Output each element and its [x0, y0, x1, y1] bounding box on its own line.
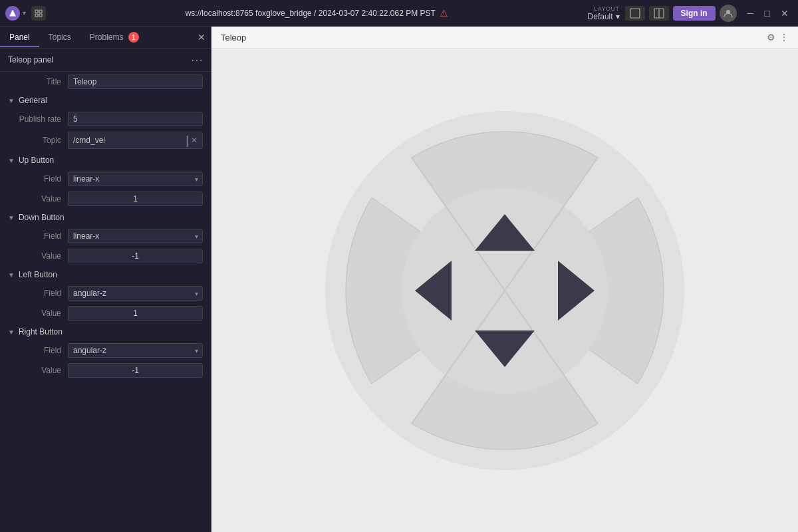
problems-badge: 1 [128, 32, 139, 43]
up-button-section-header[interactable]: ▼ Up Button [0, 152, 211, 169]
title-label: Title [8, 77, 68, 86]
topic-row: Topic | ✕ [0, 129, 211, 152]
sidebar-tabs: Panel Topics Problems 1 ✕ [0, 27, 211, 49]
right-button-section-header[interactable]: ▼ Right Button [0, 323, 211, 340]
svg-rect-0 [35, 10, 38, 13]
up-field-row: Field linear-x linear-y linear-z angular… [0, 169, 211, 189]
minimize-button[interactable]: ─ [743, 7, 758, 20]
up-chevron-icon: ▼ [8, 157, 15, 164]
left-field-row: Field linear-x linear-y linear-z angular… [0, 283, 211, 303]
user-avatar-button[interactable] [720, 5, 737, 22]
logo-icon [5, 6, 20, 21]
sidebar: Panel Topics Problems 1 ✕ Teleop panel ⋯… [0, 27, 211, 532]
topic-input-wrapper: | ✕ [68, 132, 203, 149]
split-panel-layout-button[interactable] [649, 6, 669, 21]
svg-rect-3 [39, 14, 42, 17]
layout-dropdown-button[interactable]: Default ▾ [588, 12, 620, 21]
right-button-label: Right Button [19, 327, 63, 336]
right-value-label: Value [8, 366, 68, 375]
panel-menu-button[interactable]: ⋯ [191, 54, 203, 66]
general-section-header[interactable]: ▼ General [0, 92, 211, 109]
down-field-label: Field [8, 231, 68, 241]
left-value-input[interactable] [68, 306, 203, 321]
layout-chevron-icon: ▾ [616, 12, 620, 21]
maximize-button[interactable]: □ [761, 7, 774, 20]
down-button-label: Down Button [19, 213, 65, 222]
titlebar: ▾ ws://localhost:8765 foxglove_bridge / … [0, 0, 798, 27]
general-section-label: General [19, 96, 47, 105]
right-field-select[interactable]: linear-x linear-y linear-z angular-x ang… [68, 343, 203, 358]
right-chevron-icon: ▼ [8, 329, 15, 336]
up-field-select-wrapper: linear-x linear-y linear-z angular-x ang… [68, 172, 203, 186]
connection-string: ws://localhost:8765 foxglove_bridge / 20… [186, 9, 436, 18]
single-panel-layout-button[interactable] [625, 6, 645, 21]
right-value-input[interactable] [68, 363, 203, 378]
sign-in-button[interactable]: Sign in [673, 6, 716, 21]
tab-problems[interactable]: Problems 1 [80, 27, 148, 48]
down-value-row: Value [0, 246, 211, 266]
content-panel: Teleop ⚙ ⋮ [211, 27, 798, 532]
add-panel-button[interactable] [31, 6, 46, 21]
window-controls: ─ □ ✕ [743, 7, 793, 20]
teleop-area [211, 49, 798, 532]
down-field-row: Field linear-x linear-y linear-z angular… [0, 226, 211, 246]
left-chevron-icon: ▼ [8, 271, 15, 279]
right-field-select-wrapper: linear-x linear-y linear-z angular-x ang… [68, 343, 203, 358]
right-value-row: Value [0, 360, 211, 380]
sidebar-close-button[interactable]: ✕ [192, 29, 211, 45]
tab-topics[interactable]: Topics [39, 27, 80, 47]
panel-header: Teleop panel ⋯ [0, 49, 211, 72]
down-chevron-icon: ▼ [8, 214, 15, 221]
content-actions: ⚙ ⋮ [767, 32, 789, 43]
dpad-controller[interactable] [319, 104, 691, 477]
up-value-label: Value [8, 194, 68, 203]
left-value-row: Value [0, 303, 211, 323]
logo-chevron-icon[interactable]: ▾ [23, 9, 26, 17]
down-button-section-header[interactable]: ▼ Down Button [0, 209, 211, 226]
connection-info: ws://localhost:8765 foxglove_bridge / 20… [46, 8, 588, 19]
main-area: Panel Topics Problems 1 ✕ Teleop panel ⋯… [0, 27, 798, 532]
right-field-row: Field linear-x linear-y linear-z angular… [0, 340, 211, 360]
down-value-label: Value [8, 251, 68, 261]
topic-input[interactable] [73, 136, 183, 145]
panel-title: Teleop panel [8, 55, 53, 65]
left-button-label: Left Button [19, 270, 57, 279]
up-value-input[interactable] [68, 192, 203, 206]
general-chevron-icon: ▼ [8, 97, 15, 104]
close-button[interactable]: ✕ [777, 7, 793, 20]
up-field-select[interactable]: linear-x linear-y linear-z angular-x ang… [68, 172, 203, 186]
down-field-select-wrapper: linear-x linear-y linear-z angular-x ang… [68, 229, 203, 243]
settings-icon-button[interactable]: ⚙ [767, 32, 775, 43]
cursor-icon: | [186, 134, 188, 146]
left-value-label: Value [8, 309, 68, 318]
left-field-select-wrapper: linear-x linear-y linear-z angular-x ang… [68, 286, 203, 301]
more-options-button[interactable]: ⋮ [779, 32, 789, 43]
topic-label: Topic [8, 136, 68, 145]
up-button-label: Up Button [19, 156, 54, 165]
topic-clear-button[interactable]: ✕ [191, 136, 198, 145]
title-row: Title Teleop [0, 72, 211, 92]
publish-rate-row: Publish rate [0, 109, 211, 129]
svg-rect-2 [35, 14, 38, 17]
sidebar-content: Title Teleop ▼ General Publish rate Topi… [0, 72, 211, 532]
down-value-input[interactable] [68, 249, 203, 263]
svg-rect-4 [630, 9, 640, 18]
publish-rate-label: Publish rate [8, 114, 68, 124]
connection-error-icon: ⚠ [440, 8, 448, 19]
left-field-label: Field [8, 289, 68, 298]
right-field-label: Field [8, 346, 68, 355]
title-value: Teleop [68, 74, 203, 89]
layout-label: LAYOUT [594, 5, 619, 12]
logo[interactable]: ▾ [5, 6, 26, 21]
up-field-label: Field [8, 174, 68, 184]
content-title: Teleop [221, 33, 246, 43]
left-field-select[interactable]: linear-x linear-y linear-z angular-x ang… [68, 286, 203, 301]
left-button-section-header[interactable]: ▼ Left Button [0, 266, 211, 283]
tab-panel[interactable]: Panel [0, 27, 39, 47]
content-header: Teleop ⚙ ⋮ [211, 27, 798, 49]
publish-rate-input[interactable] [68, 112, 203, 126]
up-value-row: Value [0, 189, 211, 209]
down-field-select[interactable]: linear-x linear-y linear-z angular-x ang… [68, 229, 203, 243]
svg-rect-1 [39, 10, 42, 13]
